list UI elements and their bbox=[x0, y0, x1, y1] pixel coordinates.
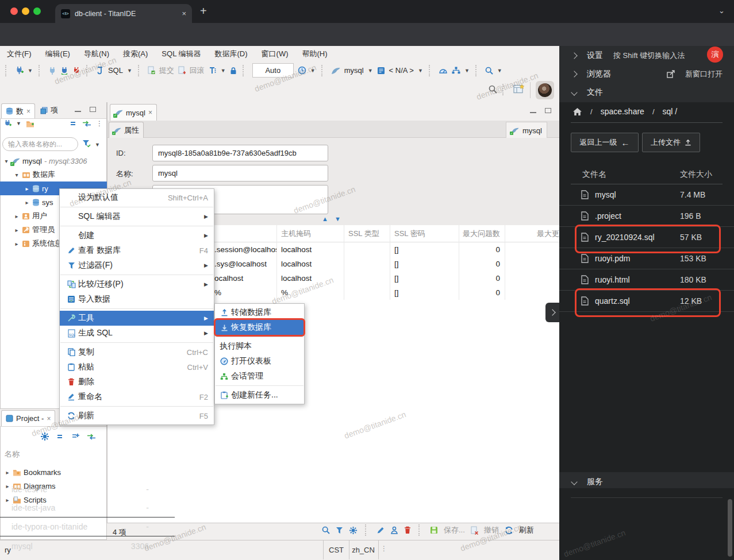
nav-connection-dropdown-icon[interactable]: ▼ bbox=[16, 121, 21, 126]
catalog-list-icon[interactable] bbox=[377, 67, 385, 75]
tab-close-icon[interactable]: × bbox=[26, 107, 30, 115]
submenu-item-open-dashboard[interactable]: 打开仪表板 bbox=[215, 354, 304, 369]
mysql-dolphin-icon[interactable] bbox=[331, 67, 340, 75]
topology-dropdown-icon[interactable]: ▼ bbox=[464, 68, 470, 74]
topology-icon[interactable] bbox=[452, 67, 460, 74]
commit-label[interactable]: 提交 bbox=[159, 65, 174, 76]
grid-cell[interactable]: 0 bbox=[459, 257, 500, 271]
file-row-quartz-sql[interactable]: quartz.sql12 KB bbox=[559, 291, 734, 312]
minimize-panel-icon[interactable] bbox=[75, 111, 81, 114]
browser-tab[interactable]: <t> db-client - TitanIDE × bbox=[55, 4, 192, 23]
menu-item-refresh[interactable]: 刷新 F5 bbox=[60, 408, 214, 423]
tree-item-connection[interactable]: ▾ ✓ mysql - mysql:3306 bbox=[0, 154, 107, 168]
grid-cell[interactable]: .sys@localhost bbox=[214, 257, 276, 271]
menu-item-sql-editor[interactable]: SQL 编辑器 ▶ bbox=[60, 209, 214, 224]
menu-help[interactable]: 帮助(H) bbox=[302, 49, 327, 59]
menu-item-tools[interactable]: 工具 ▶ bbox=[60, 311, 214, 326]
project-settings-gear-icon[interactable] bbox=[40, 432, 49, 441]
grid-col-ssltype[interactable]: SSL 类型 bbox=[348, 225, 389, 242]
expand-section-icon[interactable]: ▼ bbox=[335, 215, 341, 222]
expand-arrow-icon[interactable]: ▾ bbox=[3, 158, 9, 164]
breadcrumb-sql[interactable]: sql / bbox=[663, 107, 678, 116]
history-clock-icon[interactable] bbox=[298, 66, 306, 75]
submenu-item-restore-database[interactable]: 恢复数据库 bbox=[215, 320, 304, 335]
connection-dropdown-icon[interactable]: ▼ bbox=[368, 68, 373, 74]
perspective-icon[interactable] bbox=[513, 84, 525, 94]
service-row-ide-typora[interactable]: ide-typora-on-titanide- bbox=[0, 517, 175, 536]
menu-item-generate-sql[interactable]: SQL 生成 SQL ▶ bbox=[60, 326, 214, 341]
file-row-ry-sql[interactable]: ry_20210924.sql57 KB bbox=[559, 227, 734, 248]
locale-cell[interactable]: zh_CN bbox=[348, 540, 379, 559]
menu-item-delete[interactable]: 删除 bbox=[60, 374, 214, 389]
id-field[interactable] bbox=[152, 145, 328, 161]
transaction-mode-icon[interactable] bbox=[209, 67, 217, 75]
grid-cell[interactable]: 0 bbox=[459, 271, 500, 285]
sql-dropdown-label[interactable]: SQL bbox=[108, 66, 123, 75]
link-with-editor-icon[interactable] bbox=[82, 121, 91, 127]
grid-cell[interactable]: [] bbox=[394, 257, 452, 271]
file-row-project[interactable]: .project196 B bbox=[559, 206, 734, 227]
connection-badge[interactable]: ✓ mysql bbox=[506, 122, 547, 138]
file-row-ruoyi-html[interactable]: ruoyi.html180 KB bbox=[559, 269, 734, 291]
service-row-mysql[interactable]: mysql3306 bbox=[0, 536, 175, 555]
grid-cell[interactable]: ocalhost bbox=[214, 271, 276, 285]
collapse-all-icon[interactable] bbox=[70, 121, 78, 126]
grid-cell[interactable]: localhost bbox=[281, 257, 343, 271]
dashboard-gauge-icon[interactable] bbox=[439, 67, 448, 75]
service-row-ide-test-java[interactable]: ide-test-java- bbox=[0, 499, 175, 517]
breadcrumb-space-share[interactable]: space.share bbox=[601, 107, 644, 116]
save-label[interactable]: 保存... bbox=[444, 525, 465, 535]
commit-icon[interactable] bbox=[148, 66, 155, 75]
menu-navigate[interactable]: 导航(N) bbox=[84, 49, 109, 59]
sidebar-scrollbar-thumb[interactable] bbox=[728, 499, 732, 557]
subtab-properties[interactable]: ✓ 属性 bbox=[109, 122, 144, 138]
tab-project[interactable]: Project - × bbox=[1, 410, 55, 426]
open-new-window-icon[interactable] bbox=[667, 70, 675, 78]
grid-cell[interactable]: [] bbox=[394, 242, 452, 257]
table-filter-input[interactable] bbox=[2, 137, 78, 151]
collapse-arrow-icon[interactable]: ▸ bbox=[14, 213, 20, 219]
history-dropdown-icon[interactable]: ▼ bbox=[310, 68, 316, 74]
menu-item-copy[interactable]: 复制 Ctrl+C bbox=[60, 345, 214, 360]
minimize-window-button[interactable] bbox=[22, 7, 29, 15]
sidebar-section-settings[interactable]: 设置 按 Shift 键切换输入法 bbox=[572, 51, 685, 61]
menu-item-paste[interactable]: 粘贴 Ctrl+V bbox=[60, 360, 214, 374]
menu-item-rename[interactable]: 重命名 F2 bbox=[60, 389, 214, 404]
menu-sql-editor[interactable]: SQL 编辑器 bbox=[162, 49, 201, 59]
filter-settings-icon[interactable] bbox=[82, 140, 91, 148]
submenu-item-create-task[interactable]: 创建新任务... bbox=[215, 388, 304, 403]
add-user-icon[interactable] bbox=[390, 526, 398, 534]
nav-new-folder-icon[interactable] bbox=[26, 120, 34, 128]
menu-item-set-default[interactable]: 设为默认值 Shift+Ctrl+A bbox=[60, 190, 214, 205]
collapse-section-icon[interactable]: ▲ bbox=[322, 215, 328, 222]
grid-cell[interactable]: 0 bbox=[459, 242, 500, 257]
delete-row-trash-icon[interactable] bbox=[404, 526, 411, 534]
statusbar-kebab-icon[interactable]: ⋮ bbox=[381, 544, 387, 553]
nav-new-connection-icon[interactable] bbox=[3, 119, 11, 128]
refresh-label[interactable]: 刷新 bbox=[519, 525, 534, 535]
menu-item-compare-migrate[interactable]: 比较/迁移(P) ▶ bbox=[60, 277, 214, 292]
rollback-label[interactable]: 回滚 bbox=[190, 65, 205, 76]
menu-item-import-data[interactable]: 导入数据 bbox=[60, 292, 214, 307]
rollback-icon[interactable] bbox=[178, 66, 186, 75]
open-new-window-label[interactable]: 新窗口打开 bbox=[685, 69, 723, 79]
project-expand-icon[interactable] bbox=[72, 433, 79, 440]
timezone-cell[interactable]: CST bbox=[323, 540, 349, 559]
grid-filter-icon[interactable] bbox=[336, 527, 343, 534]
tab-close-icon[interactable]: × bbox=[47, 415, 51, 423]
expand-arrow-icon[interactable]: ▾ bbox=[14, 172, 20, 178]
collapse-arrow-icon[interactable]: ▸ bbox=[14, 227, 20, 233]
toolbar-search-icon[interactable] bbox=[485, 67, 493, 75]
home-icon[interactable] bbox=[572, 107, 582, 116]
sidebar-section-files[interactable]: 文件 bbox=[572, 87, 603, 98]
tree-item-databases[interactable]: ▾ 数据库 bbox=[0, 168, 107, 181]
quick-search-icon[interactable] bbox=[489, 85, 497, 94]
grid-cell[interactable]: [] bbox=[394, 271, 452, 285]
upload-file-button[interactable]: 上传文件 bbox=[642, 133, 700, 152]
menu-item-filter[interactable]: 过滤器(F) ▶ bbox=[60, 258, 214, 273]
revert-label[interactable]: 撤销 bbox=[484, 525, 499, 535]
filter-dropdown-icon[interactable]: ▼ bbox=[95, 142, 100, 148]
menu-item-create[interactable]: 创建 ▶ bbox=[60, 228, 214, 243]
collapse-arrow-icon[interactable]: ▸ bbox=[24, 186, 30, 192]
project-link-icon[interactable] bbox=[87, 434, 96, 440]
